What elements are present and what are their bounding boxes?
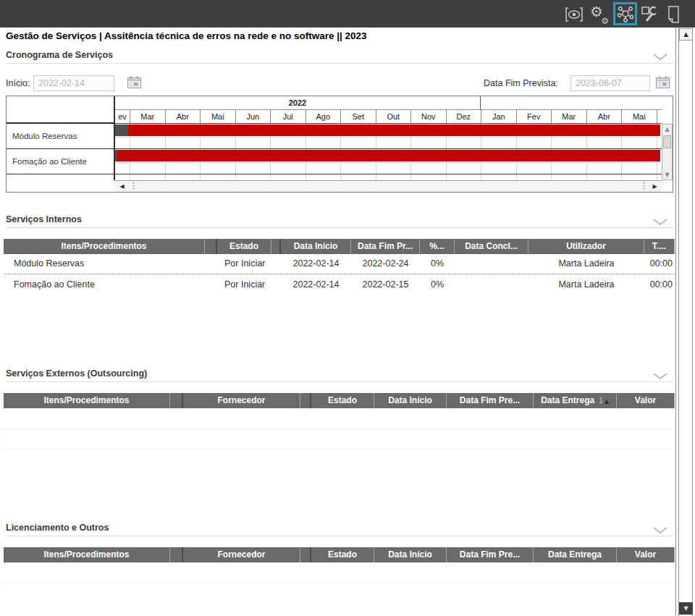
cell-data-fim: 2022-02-24 (351, 254, 420, 274)
cell-spacer (271, 275, 281, 295)
scroll-right-icon[interactable]: ▶ (649, 181, 661, 192)
col-data-fim-prevista[interactable]: Data Fim Pre... (447, 547, 534, 562)
col-spacer (205, 239, 217, 254)
col-data-fim-prevista[interactable]: Data Fim Pr... (351, 239, 420, 254)
relations-icon (617, 5, 634, 22)
inicio-input[interactable] (33, 75, 114, 91)
preview-icon[interactable] (565, 5, 584, 24)
empty-row-separator (4, 429, 675, 429)
gantt-bar-start-segment[interactable] (115, 125, 128, 136)
externos-table-header: Itens/Procedimentos Fornecedor Estado Da… (4, 393, 675, 408)
col-valor[interactable]: Valor (617, 547, 675, 562)
col-data-entrega-label: Data Entrega (541, 395, 594, 405)
col-estado[interactable]: Estado (311, 393, 374, 408)
col-data-fim-prevista[interactable]: Data Fim Pre... (447, 393, 534, 408)
gantt-vertical-scrollbar[interactable]: ▲ ▼ (662, 124, 673, 180)
gantt-month: Mai (200, 110, 235, 123)
empty-row-separator (4, 449, 675, 450)
gantt-month: Jan (481, 110, 516, 123)
col-spacer (300, 547, 311, 562)
gantt-month (657, 110, 662, 123)
gantt-bar-fomacao-cliente[interactable] (117, 150, 660, 161)
gantt-rows-area (115, 124, 662, 180)
col-percentagem[interactable]: %... (420, 239, 455, 254)
cell-estado: Por Iniciar (217, 275, 271, 295)
gantt-bar-modulo-reservas[interactable] (128, 125, 660, 136)
splitter-handle-icon[interactable]: ⋮ (640, 181, 647, 192)
cell-utilizador: Marta Ladeira (528, 275, 644, 295)
col-itens-procedimentos[interactable]: Itens/Procedimentos (4, 393, 170, 408)
table-row[interactable]: Fomação ao Cliente Por Iniciar 2022-02-1… (4, 275, 675, 295)
col-data-conclusao[interactable]: Data Concl... (455, 239, 528, 254)
scroll-up-icon[interactable]: ▲ (662, 125, 672, 134)
scroll-down-icon[interactable]: ▼ (662, 170, 672, 180)
col-spacer (300, 393, 311, 408)
gantt-year-2022: 2022 (115, 96, 481, 110)
gantt-month: Out (376, 110, 411, 123)
gantt-row-label: Módulo Reservas (7, 124, 114, 149)
cell-tempo: 00:00 (644, 254, 675, 274)
gantt-horizontal-scrollbar[interactable]: ◀ ⋮ ⋮ ▶ (115, 180, 662, 192)
chevron-down-icon[interactable] (652, 370, 670, 379)
col-valor[interactable]: Valor (617, 393, 675, 408)
section-divider (6, 381, 673, 382)
relations-icon-active[interactable] (613, 2, 637, 25)
sort-asc-icon: ▲ (605, 398, 609, 405)
col-estado[interactable]: Estado (311, 547, 374, 562)
gantt-month: Ago (306, 110, 341, 123)
gantt-month: Set (340, 110, 376, 123)
gantt-month: Nov (410, 110, 446, 123)
cell-estado: Por Iniciar (217, 254, 271, 274)
col-utilizador[interactable]: Utilizador (528, 239, 644, 254)
col-spacer (271, 239, 281, 254)
page-vertical-scrollbar[interactable]: ▲ ▼ (675, 28, 693, 616)
scrollbar-thumb[interactable] (663, 135, 671, 148)
cell-data-inicio: 2022-02-14 (281, 254, 351, 274)
cell-percentagem: 0% (420, 275, 455, 295)
tools-icon[interactable] (640, 5, 659, 24)
gantt-chart: Módulo Reservas Fomação ao Cliente 2022 … (6, 96, 673, 193)
col-estado[interactable]: Estado (217, 239, 271, 254)
col-data-entrega[interactable]: Data Entrega (534, 547, 617, 562)
empty-row-separator (4, 583, 675, 584)
col-itens-procedimentos[interactable]: Itens/Procedimentos (4, 239, 205, 254)
document-icon[interactable] (664, 5, 683, 24)
col-data-inicio[interactable]: Data Início (374, 547, 447, 562)
calendar-icon[interactable] (656, 76, 670, 89)
cell-data-inicio: 2022-02-14 (281, 275, 351, 295)
col-fornecedor[interactable]: Fornecedor (183, 393, 300, 408)
cell-spacer (205, 254, 217, 274)
col-data-entrega[interactable]: Data Entrega1▲ (534, 393, 617, 408)
scroll-left-icon[interactable]: ◀ (116, 181, 128, 192)
col-spacer (170, 547, 183, 562)
gantt-label-header (7, 96, 114, 124)
settings-icon[interactable]: ⚙ ⚙ (589, 5, 608, 24)
col-fornecedor[interactable]: Fornecedor (183, 547, 300, 562)
licenciamento-table-header: Itens/Procedimentos Fornecedor Estado Da… (4, 547, 675, 562)
gantt-row-midline (115, 137, 660, 138)
gantt-row-midline (115, 162, 660, 163)
gantt-row-label: Fomação ao Cliente (7, 149, 114, 174)
col-tempo[interactable]: T.... (644, 239, 675, 254)
col-spacer (170, 393, 183, 408)
data-fim-label: Data Fim Prevista: (484, 75, 558, 92)
inicio-label: Início: (6, 75, 30, 92)
col-data-inicio[interactable]: Data Início (281, 239, 351, 254)
cell-tempo: 00:00 (644, 275, 675, 295)
calendar-icon[interactable] (127, 76, 142, 89)
table-row[interactable]: Módulo Reservas Por Iniciar 2022-02-14 2… (4, 254, 675, 274)
col-data-inicio[interactable]: Data Início (374, 393, 447, 408)
data-fim-input[interactable] (570, 75, 650, 91)
gantt-month: Jul (270, 110, 306, 123)
scrollbar-track-line (678, 28, 679, 616)
section-title-internos: Serviços Internos (6, 214, 82, 224)
gantt-month: Fev (516, 110, 552, 123)
scroll-up-icon[interactable]: ▲ (679, 28, 693, 41)
scroll-down-icon[interactable]: ▼ (679, 602, 693, 615)
chevron-down-icon[interactable] (652, 216, 670, 224)
chevron-down-icon[interactable] (652, 524, 670, 533)
splitter-handle-icon[interactable]: ⋮ (130, 181, 137, 192)
col-itens-procedimentos[interactable]: Itens/Procedimentos (4, 547, 170, 562)
cell-data-conclusao (455, 275, 528, 295)
chevron-down-icon[interactable] (652, 51, 670, 59)
